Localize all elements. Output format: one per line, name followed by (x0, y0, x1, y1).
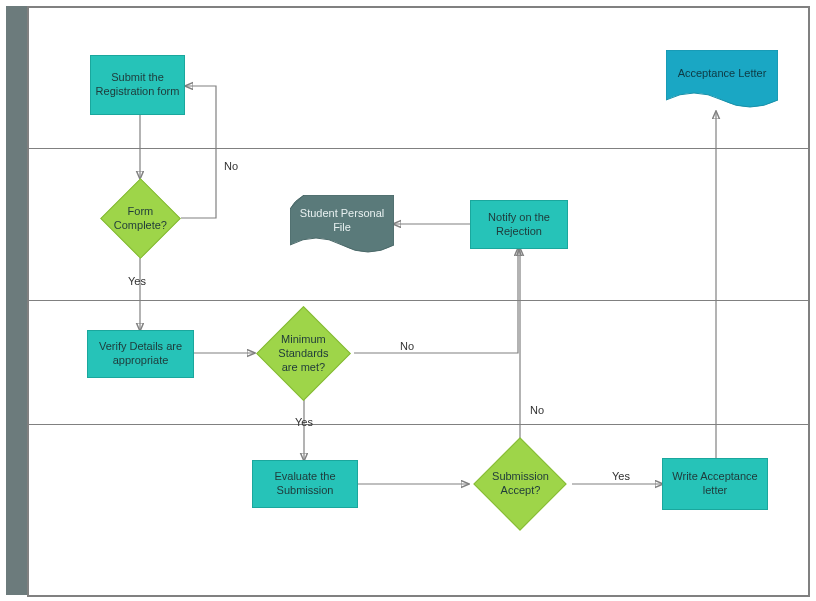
node-label: Notify on the Rejection (471, 207, 567, 243)
edge-label-yes-submission: Yes (612, 470, 630, 482)
edge-label-yes-standards: Yes (295, 416, 313, 428)
node-verify-details: Verify Details are appropriate (87, 330, 194, 378)
node-acceptance-letter: Acceptance Letter (666, 50, 778, 112)
edge-label-no-submission: No (530, 404, 544, 416)
node-label: Write Acceptance letter (663, 466, 767, 502)
swimlane-divider-3 (27, 424, 810, 425)
node-form-complete-decision: Form Complete? (100, 178, 181, 259)
swimlane-border-top (27, 6, 810, 8)
node-write-acceptance-letter: Write Acceptance letter (662, 458, 768, 510)
node-submission-accept-decision: Submission Accept? (473, 437, 566, 530)
node-label: Submit the Registration form (91, 67, 184, 103)
node-submit-registration: Submit the Registration form (90, 55, 185, 115)
node-label: Acceptance Letter (674, 63, 771, 85)
node-evaluate-submission: Evaluate the Submission (252, 460, 358, 508)
edge-label-yes-formcomplete: Yes (128, 275, 146, 287)
node-label: Verify Details are appropriate (88, 336, 193, 372)
node-label: Student Personal File (290, 203, 394, 239)
swimlane-divider-1 (27, 148, 810, 149)
swimlane-border-bottom (27, 595, 810, 597)
node-minimum-standards-decision: Minimum Standards are met? (256, 306, 351, 401)
node-label: Minimum Standards are met? (271, 329, 336, 378)
node-label: Evaluate the Submission (253, 466, 357, 502)
flowchart-canvas: Submit the Registration form Form Comple… (0, 0, 816, 601)
node-notify-rejection: Notify on the Rejection (470, 200, 568, 249)
edge-label-no-formcomplete: No (224, 160, 238, 172)
node-label: Submission Accept? (488, 466, 553, 502)
node-student-personal-file: Student Personal File (290, 195, 394, 257)
swimlane-band (6, 6, 27, 595)
swimlane-divider-2 (27, 300, 810, 301)
node-label: Form Complete? (110, 201, 171, 237)
edge-label-no-standards: No (400, 340, 414, 352)
